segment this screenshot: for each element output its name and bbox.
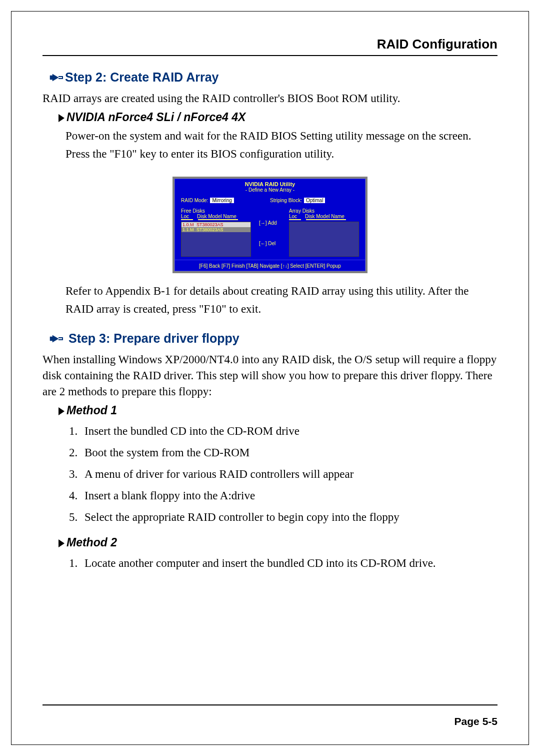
bios-free-disk-list: 1.0.M ST380023AS 1.1.M ST380023AS: [181, 222, 251, 257]
content: Step 2: Create RAID Array RAID arrays ar…: [42, 70, 498, 574]
bios-disk-model: ST380023AS: [196, 222, 224, 227]
bios-disk-row: 1.1.M ST380023AS: [182, 227, 250, 232]
step2-heading-text: Step 2: Create RAID Array: [65, 70, 219, 84]
bios-stripe-value: Optimal: [304, 198, 325, 203]
step3-intro: When installing Windows XP/2000/NT4.0 in…: [42, 352, 498, 400]
list-item: Locate another computer and insert the b…: [80, 552, 498, 574]
bios-disk-model: ST380023AS: [196, 227, 224, 232]
bios-add-label: [→] Add: [259, 220, 281, 226]
bios-raidmode-label: RAID Mode:: [181, 198, 208, 203]
method2-heading-text: Method 2: [66, 536, 117, 549]
step2-intro: RAID arrays are created using the RAID c…: [42, 91, 498, 107]
list-item: A menu of driver for various RAID contro…: [80, 463, 498, 485]
bios-col-loc: Loc: [181, 214, 191, 219]
method2-list: Locate another computer and insert the b…: [80, 552, 498, 574]
hand-pointing-icon: [50, 71, 64, 86]
bios-disk-loc: 1.0.M: [182, 222, 196, 227]
page-frame: RAID Configuration Step 2: Create RAID A…: [11, 11, 529, 745]
hand-pointing-icon: [50, 332, 64, 347]
list-item: Boot the system from the CD-ROM: [80, 442, 498, 463]
method1-heading-text: Method 1: [66, 404, 117, 417]
page-number: Page 5-5: [42, 715, 498, 727]
page-header-title: RAID Configuration: [42, 37, 498, 56]
bios-col-model: Disk Model Name: [197, 214, 236, 219]
bios-stripe-label: Striping Block:: [270, 198, 302, 203]
bios-col-loc: Loc: [289, 214, 299, 219]
bios-col-model: Disk Model Name: [305, 214, 344, 219]
arrow-bullet-icon: [58, 407, 64, 415]
step3-heading: Step 3: Prepare driver floppy: [50, 331, 498, 347]
arrow-bullet-icon: [58, 539, 64, 547]
step2-subheading-text: NVIDIA nForce4 SLi / nForce4 4X: [66, 111, 246, 124]
bios-title: NVIDIA RAID Utility: [175, 179, 365, 187]
method2-heading: Method 2: [58, 536, 498, 549]
step3-heading-text: Step 3: Prepare driver floppy: [68, 331, 240, 345]
bios-disk-row: 1.0.M ST380023AS: [182, 222, 250, 227]
step2-heading: Step 2: Create RAID Array: [50, 70, 498, 86]
bios-free-disks-label: Free Disks: [181, 208, 251, 214]
method1-list: Insert the bundled CD into the CD-ROM dr…: [80, 420, 498, 528]
list-item: Insert a blank floppy into the A:drive: [80, 485, 498, 506]
step2-subheading: NVIDIA nForce4 SLi / nForce4 4X: [58, 111, 498, 124]
page-footer: Page 5-5: [42, 693, 498, 727]
list-item: Select the appropriate RAID controller t…: [80, 506, 498, 528]
method1-heading: Method 1: [58, 404, 498, 417]
bios-del-label: [←] Del: [259, 241, 281, 246]
bios-subtitle: - Define a New Array -: [175, 187, 365, 196]
bios-array-disk-list: [289, 222, 359, 257]
list-item: Insert the bundled CD into the CD-ROM dr…: [80, 420, 498, 442]
step2-para1: Power-on the system and wait for the RAI…: [66, 127, 498, 163]
arrow-bullet-icon: [58, 114, 64, 122]
bios-array-disks-label: Array Disks: [289, 208, 359, 214]
bios-footer: [F6] Back [F7] Finish [TAB] Navigate [↑↓…: [175, 260, 365, 271]
bios-raidmode-value: Mirroring: [210, 198, 234, 203]
step2-para2: Refer to Appendix B-1 for details about …: [66, 282, 498, 318]
bios-disk-loc: 1.1.M: [182, 227, 196, 232]
bios-utility-screenshot: NVIDIA RAID Utility - Define a New Array…: [172, 177, 368, 273]
